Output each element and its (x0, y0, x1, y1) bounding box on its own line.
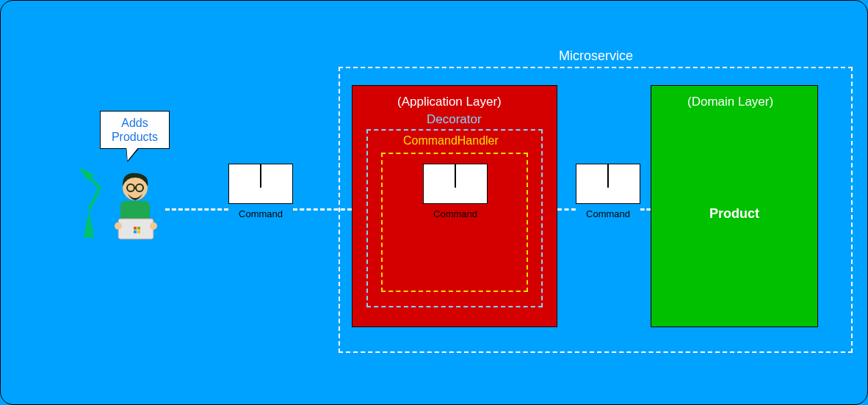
svg-rect-11 (137, 230, 140, 233)
flow-line (557, 208, 576, 211)
domain-entity-label: Product (709, 206, 759, 222)
envelope-icon: Command (576, 164, 640, 204)
command-label: Command (576, 208, 640, 219)
domain-layer-label: (Domain Layer) (687, 95, 773, 109)
speech-line-2: Products (101, 130, 169, 144)
envelope-icon: Command (423, 164, 488, 204)
command-label: Command (229, 208, 292, 219)
svg-point-12 (115, 222, 122, 230)
svg-rect-9 (137, 227, 140, 230)
svg-line-0 (89, 188, 100, 210)
svg-rect-10 (134, 230, 137, 233)
flow-line (293, 208, 352, 211)
speech-line-1: Adds (101, 116, 169, 130)
command-label: Command (424, 208, 487, 219)
svg-rect-8 (134, 227, 137, 230)
user-icon (78, 158, 166, 247)
decorator-label: Decorator (427, 112, 482, 127)
svg-point-13 (150, 222, 157, 230)
flow-line (640, 208, 651, 211)
microservice-label: Microservice (559, 48, 633, 64)
application-layer-label: (Application Layer) (397, 95, 502, 109)
flow-line (165, 208, 228, 211)
speech-bubble: Adds Products (100, 111, 170, 149)
envelope-icon: Command (228, 164, 293, 204)
